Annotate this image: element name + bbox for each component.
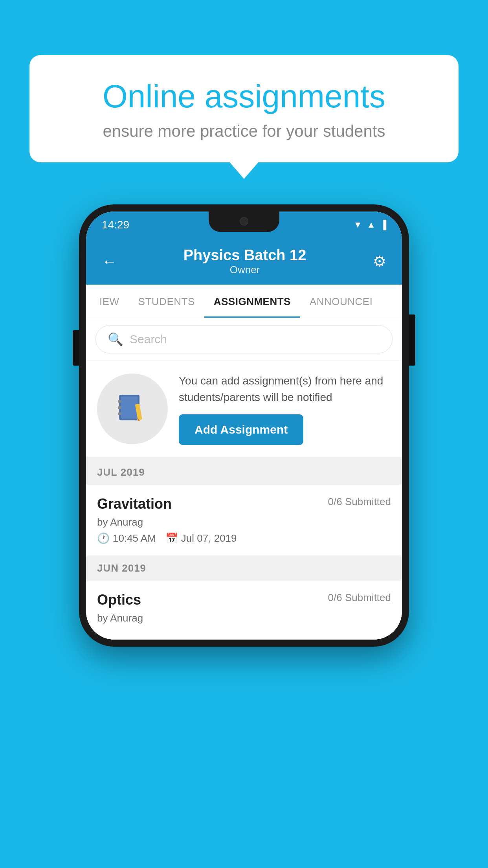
notch-camera xyxy=(240,217,248,226)
calendar-icon: 📅 xyxy=(165,532,178,544)
search-bar[interactable]: 🔍 Search xyxy=(95,325,393,353)
tab-announcements[interactable]: ANNOUNCEI xyxy=(300,285,382,318)
notch xyxy=(209,211,279,232)
header-title-area: Physics Batch 12 Owner xyxy=(117,247,373,276)
assignment-name: Gravitation xyxy=(97,496,172,512)
search-placeholder: Search xyxy=(130,333,167,346)
speech-bubble: Online assignments ensure more practice … xyxy=(29,55,459,162)
bubble-title: Online assignments xyxy=(57,79,431,114)
signal-icon: ▲ xyxy=(367,220,376,230)
meta-time-text: 10:45 AM xyxy=(113,532,156,544)
assignment-submitted: 0/6 Submitted xyxy=(328,496,391,508)
back-button[interactable]: ← xyxy=(102,253,117,270)
assignment-item-gravitation[interactable]: Gravitation 0/6 Submitted by Anurag 🕐 10… xyxy=(86,485,402,556)
assignment-by-optics: by Anurag xyxy=(97,612,391,624)
meta-date-text: Jul 07, 2019 xyxy=(181,532,237,544)
svg-rect-4 xyxy=(118,412,121,415)
batch-subtitle: Owner xyxy=(117,264,373,276)
app-header: ← Physics Batch 12 Owner ⚙ xyxy=(86,238,402,285)
notebook-icon xyxy=(115,391,150,427)
clock-icon: 🕐 xyxy=(97,532,110,544)
assignment-name-optics: Optics xyxy=(97,592,141,608)
assignment-submitted-optics: 0/6 Submitted xyxy=(328,592,391,604)
meta-date: 📅 Jul 07, 2019 xyxy=(165,532,237,544)
speech-bubble-area: Online assignments ensure more practice … xyxy=(29,55,459,162)
add-assignment-button[interactable]: Add Assignment xyxy=(179,414,303,445)
status-icons: ▼ ▲ ▐ xyxy=(354,220,386,230)
tab-students[interactable]: STUDENTS xyxy=(129,285,204,318)
promo-icon-circle xyxy=(97,373,168,444)
assignment-meta: 🕐 10:45 AM 📅 Jul 07, 2019 xyxy=(97,532,391,544)
month-separator-jun: JUN 2019 xyxy=(86,556,402,581)
assignment-row1: Gravitation 0/6 Submitted xyxy=(97,496,391,512)
assignment-by: by Anurag xyxy=(97,516,391,528)
status-bar: 14:29 ▼ ▲ ▐ xyxy=(86,211,402,238)
month-separator-jul: JUL 2019 xyxy=(86,460,402,485)
phone-wrapper: 14:29 ▼ ▲ ▐ ← Physics Batch 12 Owner ⚙ xyxy=(79,204,409,647)
svg-rect-3 xyxy=(118,406,121,409)
tab-iew[interactable]: IEW xyxy=(90,285,129,318)
search-container: 🔍 Search xyxy=(86,318,402,361)
wifi-icon: ▼ xyxy=(354,220,362,230)
bubble-subtitle: ensure more practice for your students xyxy=(57,122,431,141)
assignment-row1-optics: Optics 0/6 Submitted xyxy=(97,592,391,608)
promo-text: You can add assignment(s) from here and … xyxy=(179,373,391,406)
meta-time: 🕐 10:45 AM xyxy=(97,532,156,544)
assignment-item-optics[interactable]: Optics 0/6 Submitted by Anurag xyxy=(86,581,402,640)
tabs-bar: IEW STUDENTS ASSIGNMENTS ANNOUNCEI xyxy=(86,285,402,318)
battery-icon: ▐ xyxy=(380,220,386,230)
tab-assignments[interactable]: ASSIGNMENTS xyxy=(204,285,300,318)
search-icon: 🔍 xyxy=(108,332,123,347)
phone-outer: 14:29 ▼ ▲ ▐ ← Physics Batch 12 Owner ⚙ xyxy=(79,204,409,647)
batch-title: Physics Batch 12 xyxy=(117,247,373,264)
phone-screen: 14:29 ▼ ▲ ▐ ← Physics Batch 12 Owner ⚙ xyxy=(86,211,402,640)
svg-rect-1 xyxy=(121,397,138,419)
svg-rect-2 xyxy=(118,400,121,403)
promo-section: You can add assignment(s) from here and … xyxy=(86,361,402,460)
status-time: 14:29 xyxy=(102,219,129,231)
promo-right: You can add assignment(s) from here and … xyxy=(179,373,391,445)
gear-icon[interactable]: ⚙ xyxy=(373,253,386,270)
